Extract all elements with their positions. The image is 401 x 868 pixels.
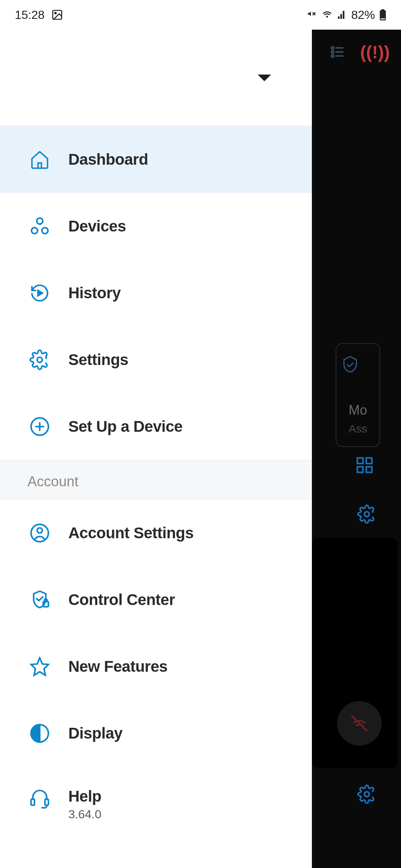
chevron-down-icon — [258, 75, 271, 81]
svg-rect-11 — [358, 467, 363, 472]
nav-item-new-features[interactable]: New Features — [0, 633, 312, 700]
headset-icon — [29, 788, 50, 809]
offline-fab[interactable] — [337, 701, 382, 746]
history-icon — [29, 282, 50, 304]
battery-percent: 82% — [351, 8, 375, 22]
backdrop-card: Mo Ass — [336, 343, 380, 447]
svg-marker-18 — [38, 290, 42, 296]
svg-rect-5 — [381, 12, 385, 18]
user-circle-icon — [29, 522, 50, 544]
svg-rect-28 — [31, 799, 35, 805]
star-icon — [29, 656, 50, 677]
nav-item-dashboard[interactable]: Dashboard — [0, 126, 312, 193]
svg-point-24 — [37, 528, 42, 533]
grid-icon — [355, 456, 374, 475]
app-version: 3.64.0 — [68, 808, 101, 821]
nav-item-display[interactable]: Display — [0, 700, 312, 767]
plus-circle-icon — [29, 416, 50, 437]
nav-item-label: Set Up a Device — [68, 418, 183, 435]
svg-rect-3 — [381, 9, 384, 11]
backdrop-card-sub: Ass — [341, 423, 375, 435]
svg-point-8 — [332, 55, 334, 57]
signal-icon — [337, 10, 347, 20]
svg-point-1 — [55, 12, 56, 14]
gear-icon — [29, 349, 50, 371]
svg-rect-9 — [358, 458, 363, 464]
alert-icon: ((!)) — [360, 42, 390, 62]
backdrop-gear-icon — [357, 504, 376, 524]
nav-item-label: Display — [68, 724, 123, 742]
navigation-drawer: Dashboard Devices History Settings Set U… — [0, 30, 312, 868]
nav-item-label: New Features — [68, 658, 167, 675]
nav-item-label: Settings — [68, 351, 128, 369]
mute-icon — [307, 10, 317, 20]
svg-point-6 — [332, 47, 334, 49]
nav-item-control-center[interactable]: Control Center — [0, 566, 312, 633]
wifi-icon — [322, 9, 333, 20]
devices-icon — [29, 216, 50, 237]
svg-point-7 — [332, 51, 334, 53]
nav-item-devices[interactable]: Devices — [0, 193, 312, 260]
svg-point-17 — [42, 228, 48, 234]
nav-item-help[interactable]: Help 3.64.0 — [0, 767, 312, 834]
svg-rect-29 — [45, 799, 48, 805]
nav-item-label: Control Center — [68, 591, 175, 609]
svg-marker-26 — [31, 658, 49, 675]
svg-rect-25 — [43, 602, 48, 607]
battery-icon — [379, 9, 386, 20]
nav-item-account-settings[interactable]: Account Settings — [0, 500, 312, 566]
nav-item-label: Help — [68, 788, 101, 805]
svg-point-15 — [37, 218, 43, 224]
shield-lock-icon — [29, 589, 50, 611]
nav-item-label: Devices — [68, 217, 126, 235]
backdrop-card-title: Mo — [341, 402, 375, 418]
backdrop-gear-icon-2 — [357, 785, 376, 804]
status-right: 82% — [307, 8, 386, 22]
status-left: 15:28 — [15, 8, 63, 22]
svg-point-16 — [32, 228, 38, 234]
status-bar: 15:28 82% — [0, 0, 401, 30]
svg-point-19 — [37, 357, 42, 362]
nav-item-label: History — [68, 284, 121, 302]
nav-item-label: Account Settings — [68, 524, 193, 542]
screenshot-icon — [51, 9, 63, 21]
section-header-account: Account — [0, 460, 312, 500]
status-time: 15:28 — [15, 8, 45, 22]
svg-rect-10 — [366, 458, 372, 464]
contrast-icon — [29, 723, 50, 744]
nav-item-history[interactable]: History — [0, 260, 312, 326]
nav-item-settings[interactable]: Settings — [0, 326, 312, 393]
nav-item-setup-device[interactable]: Set Up a Device — [0, 393, 312, 460]
svg-rect-12 — [366, 467, 372, 472]
home-icon — [29, 149, 50, 170]
svg-point-14 — [365, 792, 369, 797]
nav-item-label: Dashboard — [68, 151, 148, 168]
drawer-header[interactable] — [0, 30, 312, 126]
svg-point-13 — [365, 512, 369, 517]
backdrop-list-icon — [329, 42, 348, 62]
